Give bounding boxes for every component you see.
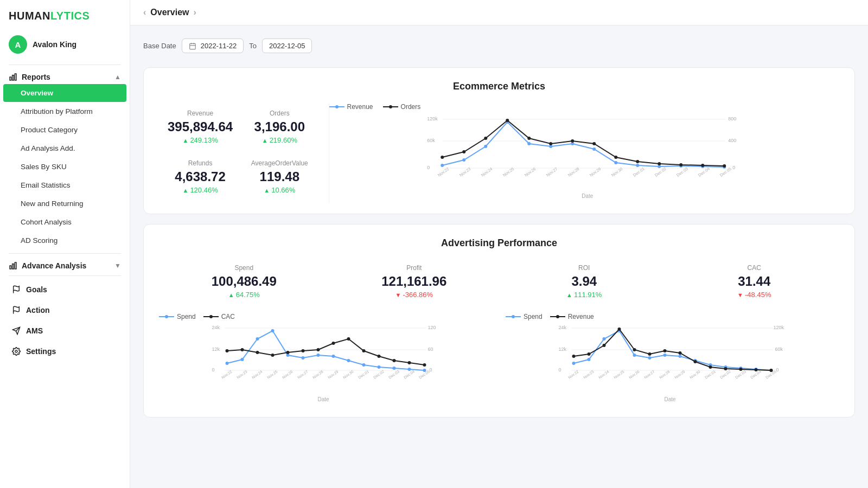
revenue-metric: Revenue 395,894.64 249.13% [159,103,241,153]
svg-text:0: 0 [427,165,430,170]
svg-text:Date: Date [665,396,676,402]
sidebar-item-ams[interactable]: AMS [3,322,126,340]
legend-spend2: Spend [506,313,542,320]
svg-text:Dec.04: Dec.04 [403,369,415,380]
sidebar-item-settings[interactable]: Settings [3,342,126,361]
cac-value: 31.44 [676,274,833,289]
svg-point-10 [15,350,17,352]
advertising-metrics: Spend 100,486.49 64.75% Profit 121,161.9… [159,260,839,303]
sidebar-item-ad-analysis[interactable]: Ad Analysis Add. [3,139,126,157]
svg-text:400: 400 [728,138,736,143]
svg-text:0: 0 [559,367,561,373]
advertising-card-title: Advertising Performance [159,237,839,249]
svg-text:Nov.30: Nov.30 [689,370,701,380]
date-to-input[interactable]: 2022-12-05 [262,38,312,53]
sidebar-item-overview[interactable]: Overview [3,84,126,102]
svg-point-102 [286,351,290,354]
svg-point-156 [603,344,606,347]
spend-revenue-chart-wrap: Spend Revenue 24k 12k 0 120k 60k 0 [506,313,839,406]
svg-rect-3 [10,266,11,269]
svg-point-146 [663,354,667,357]
svg-point-128 [512,315,515,318]
date-from-input[interactable]: 2022-11-22 [182,38,244,53]
svg-text:Nov.22: Nov.22 [567,370,579,380]
orders-metric: Orders 3,196.00 219.60% [241,103,317,153]
svg-text:60: 60 [428,346,433,352]
svg-text:Nov.29: Nov.29 [327,370,339,380]
svg-text:12k: 12k [212,346,220,352]
date-filter: Base Date 2022-11-22 To 2022-12-05 [143,36,855,57]
svg-point-154 [572,355,576,358]
svg-point-89 [302,356,305,359]
sidebar-item-sales-sku[interactable]: Sales By SKU [3,158,126,176]
svg-point-46 [527,137,531,140]
svg-point-163 [709,365,712,369]
svg-point-55 [723,164,726,168]
svg-point-84 [226,362,229,365]
svg-point-165 [739,368,743,371]
svg-point-107 [362,349,366,352]
legend-revenue2: Revenue [550,313,594,320]
spend-revenue-chart: 24k 12k 0 120k 60k 0 [506,323,839,404]
spend-revenue-legend: Spend Revenue [506,313,839,320]
cac-change: -48.45% [676,291,833,299]
roi-change: 111.91% [506,291,663,299]
legend-revenue: Revenue [329,103,373,111]
ecommerce-grid: Revenue 395,894.64 249.13% Orders 3,196.… [159,103,839,203]
svg-text:Date: Date [318,396,330,402]
back-icon[interactable]: ‹ [143,8,146,17]
svg-point-44 [484,137,487,140]
svg-point-108 [378,355,381,358]
svg-point-45 [506,119,509,122]
svg-text:Dec.02: Dec.02 [719,369,731,380]
svg-point-91 [332,355,335,358]
sidebar-item-email-stats[interactable]: Email Statistics [3,176,126,194]
roi-label: ROI [506,264,663,272]
svg-point-74 [209,315,213,318]
svg-text:24k: 24k [559,325,567,330]
svg-text:Dec.01: Dec.01 [358,369,369,380]
sidebar-item-new-returning[interactable]: New and Returning [3,195,126,213]
sidebar-item-attribution[interactable]: Attribution by Platform [3,102,126,120]
svg-text:Nov.24: Nov.24 [598,370,610,380]
svg-text:Nov.29: Nov.29 [674,370,686,380]
svg-text:Date: Date [582,193,593,199]
revenue-change: 249.13% [168,136,233,144]
svg-point-94 [378,365,381,369]
svg-point-159 [648,352,652,356]
sidebar-item-ad-scoring[interactable]: AD Scoring [3,232,126,249]
reports-label: Reports [9,73,50,81]
roi-metric: ROI 3.94 111.91% [499,260,669,303]
svg-point-47 [549,142,552,145]
advertising-card: Advertising Performance Spend 100,486.49… [143,224,855,418]
svg-point-104 [317,348,320,351]
svg-text:Nov.22: Nov.22 [221,370,233,380]
reports-section[interactable]: Reports ▲ [0,68,130,84]
advance-analysis-section[interactable]: Advance Analysis ▼ [0,257,130,272]
sidebar-item-action[interactable]: Action [3,301,126,319]
divider [9,65,121,65]
divider3 [9,275,121,276]
flag-icon [12,285,21,294]
profit-metric: Profit 121,161.96 -366.86% [329,260,500,303]
to-label: To [249,42,257,50]
svg-point-72 [165,315,168,318]
chevron-up-icon: ▲ [114,73,121,81]
sidebar-item-cohort[interactable]: Cohort Analysis [3,213,126,231]
svg-text:Dec.01: Dec.01 [704,369,716,380]
sidebar-item-product-category[interactable]: Product Category [3,121,126,139]
svg-point-109 [393,359,396,362]
svg-point-54 [701,164,704,167]
logo-human: HUMAN [9,10,50,22]
svg-point-157 [618,328,621,331]
sidebar-item-goals[interactable]: Goals [3,280,126,299]
svg-point-86 [256,337,259,341]
revenue-value: 395,894.64 [168,119,233,134]
svg-point-51 [636,160,639,163]
svg-point-35 [592,147,596,151]
svg-text:120k: 120k [774,325,784,330]
svg-text:Nov.30: Nov.30 [342,370,354,380]
user-profile[interactable]: A Avalon King [0,30,130,61]
legend-cac: CAC [203,313,235,320]
advertising-charts: Spend CAC 24k 12k 0 120 60 0 [159,313,839,406]
